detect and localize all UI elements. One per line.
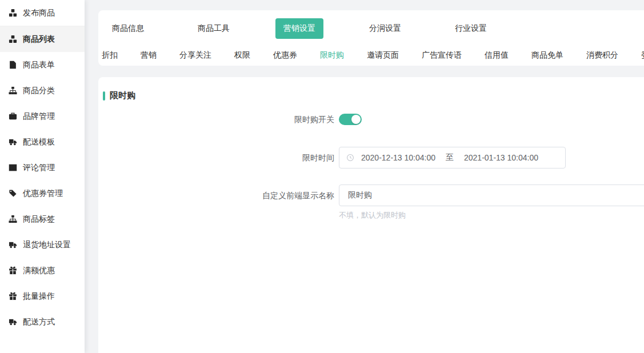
- secondary-tab[interactable]: 信用值: [485, 46, 509, 66]
- gift-icon: [9, 292, 17, 300]
- sidebar: 发布商品 商品列表 商品表单 商品分类 品牌管理 配送模板: [0, 0, 85, 353]
- secondary-tab-label: 分享关注: [179, 50, 211, 59]
- time-row: 限时时间 2020-12-13 10:04:00 至 2021-01-13 10…: [98, 147, 644, 169]
- secondary-tab-label: 优惠券: [273, 50, 297, 59]
- section-title-text: 限时购: [110, 90, 135, 101]
- sidebar-item[interactable]: 退货地址设置: [0, 232, 85, 258]
- sidebar-item-label: 配送方式: [23, 317, 55, 327]
- secondary-tab[interactable]: 分享关注: [179, 46, 211, 66]
- secondary-tab-label: 消费积分: [586, 50, 618, 59]
- sidebar-item-label: 商品表单: [23, 60, 55, 70]
- tag-icon: [9, 189, 17, 198]
- switch-row: 限时购开关: [98, 114, 644, 125]
- secondary-tab-label: 商品免单: [531, 50, 563, 59]
- sidebar-item[interactable]: 评论管理: [0, 155, 85, 180]
- sidebar-item-label: 退货地址设置: [23, 240, 71, 250]
- sidebar-item[interactable]: 商品标签: [0, 206, 85, 232]
- sidebar-item[interactable]: 品牌管理: [0, 103, 85, 129]
- primary-tab[interactable]: 行业设置: [447, 18, 495, 39]
- limited-time-switch[interactable]: [339, 114, 362, 125]
- secondary-tab-label: 权限: [234, 50, 250, 59]
- secondary-tab-label: 广告宣传语: [422, 50, 462, 59]
- secondary-tab-label: 邀请页面: [367, 50, 399, 59]
- secondary-tab-label: 委: [641, 50, 644, 59]
- secondary-tab[interactable]: 广告宣传语: [422, 46, 462, 66]
- sidebar-item-label: 评论管理: [23, 163, 55, 173]
- sidebar-item-label: 优惠券管理: [23, 188, 63, 199]
- primary-tab[interactable]: 营销设置: [275, 18, 323, 39]
- sidebar-nav-list: 发布商品 商品列表 商品表单 商品分类 品牌管理 配送模板: [0, 0, 85, 335]
- secondary-tab-label: 限时购: [320, 50, 344, 59]
- sidebar-item-label: 发布商品: [23, 8, 55, 18]
- primary-tab-label: 商品工具: [198, 23, 230, 33]
- time-label: 限时时间: [98, 147, 334, 169]
- secondary-tab-label: 信用值: [485, 50, 509, 59]
- panel-card: 限时购 限时购开关 限时时间: [98, 77, 644, 353]
- truck-icon: [9, 138, 17, 146]
- custom-name-label: 自定义前端显示名称: [98, 184, 334, 206]
- secondary-tab-label: 营销: [141, 50, 157, 59]
- primary-tab[interactable]: 分润设置: [361, 18, 409, 39]
- primary-tab-label: 分润设置: [369, 23, 401, 33]
- sidebar-item-label: 品牌管理: [23, 111, 55, 122]
- clock-icon: [346, 154, 354, 162]
- file-excel-icon: [9, 61, 17, 69]
- secondary-tab[interactable]: 优惠券: [273, 46, 297, 66]
- secondary-tab-bar: 折扣 营销 分享关注 权限 优惠券 限时购 邀请页面 广告宣传语: [102, 46, 644, 66]
- sidebar-item-label: 配送模板: [23, 137, 55, 147]
- columns-icon: [9, 163, 17, 172]
- section-title: 限时购: [103, 90, 644, 101]
- primary-tab-bar: 商品信息 商品工具 营销设置 分润设置 行业设置: [98, 17, 644, 45]
- switch-knob: [351, 115, 361, 124]
- name-row: 自定义前端显示名称 不填，默认为限时购: [98, 184, 644, 220]
- secondary-tab[interactable]: 限时购: [320, 46, 344, 66]
- sidebar-item-label: 商品标签: [23, 214, 55, 224]
- sidebar-item[interactable]: 商品列表: [0, 26, 85, 52]
- sidebar-item[interactable]: 配送方式: [0, 309, 85, 335]
- sidebar-item[interactable]: 商品分类: [0, 78, 85, 103]
- switch-label: 限时购开关: [98, 114, 334, 125]
- sidebar-item-label: 商品分类: [23, 86, 55, 96]
- limited-time-form: 限时购开关 限时时间 2020-12-13 10:04:00: [98, 114, 644, 220]
- gift-icon: [9, 266, 17, 275]
- secondary-tab[interactable]: 委: [641, 46, 644, 66]
- section-title-bar: [103, 91, 105, 101]
- primary-tab[interactable]: 商品工具: [190, 18, 238, 39]
- sidebar-item[interactable]: 批量操作: [0, 283, 85, 309]
- truck-icon: [9, 318, 17, 326]
- primary-tab[interactable]: 商品信息: [104, 18, 152, 39]
- briefcase-icon: [9, 112, 17, 121]
- secondary-tab[interactable]: 折扣: [102, 46, 118, 66]
- custom-name-input[interactable]: [339, 184, 644, 206]
- cubes-icon: [9, 9, 17, 17]
- cubes-icon: [9, 35, 17, 43]
- secondary-tab[interactable]: 消费积分: [586, 46, 618, 66]
- sidebar-item-label: 满额优惠: [23, 266, 55, 276]
- main-area: 商品信息 商品工具 营销设置 分润设置 行业设置 折扣 营销: [98, 0, 644, 353]
- date-start[interactable]: 2020-12-13 10:04:00: [361, 153, 435, 162]
- primary-tab-label: 营销设置: [283, 23, 315, 33]
- date-end[interactable]: 2021-01-13 10:04:00: [464, 153, 538, 162]
- primary-tab-label: 行业设置: [455, 23, 487, 33]
- date-range-picker[interactable]: 2020-12-13 10:04:00 至 2021-01-13 10:04:0…: [339, 147, 566, 169]
- sitemap-icon: [9, 215, 17, 223]
- sidebar-item[interactable]: 发布商品: [0, 0, 85, 26]
- secondary-tab[interactable]: 权限: [234, 46, 250, 66]
- primary-tab-label: 商品信息: [112, 23, 144, 33]
- tabs-card: 商品信息 商品工具 营销设置 分润设置 行业设置 折扣 营销: [98, 10, 644, 66]
- sidebar-item-label: 商品列表: [23, 34, 55, 45]
- sidebar-item[interactable]: 满额优惠: [0, 258, 85, 283]
- secondary-tab[interactable]: 邀请页面: [367, 46, 399, 66]
- admin-app: 发布商品 商品列表 商品表单 商品分类 品牌管理 配送模板: [0, 0, 644, 353]
- sidebar-item[interactable]: 商品表单: [0, 52, 85, 78]
- custom-name-hint: 不填，默认为限时购: [339, 210, 644, 220]
- sidebar-item[interactable]: 配送模板: [0, 129, 85, 155]
- sidebar-item-label: 批量操作: [23, 291, 55, 302]
- sitemap-icon: [9, 86, 17, 95]
- sidebar-item[interactable]: 优惠券管理: [0, 180, 85, 206]
- secondary-tab-label: 折扣: [102, 50, 118, 59]
- secondary-tab[interactable]: 商品免单: [531, 46, 563, 66]
- secondary-tab[interactable]: 营销: [141, 46, 157, 66]
- date-separator: 至: [446, 153, 454, 163]
- truck-icon: [9, 240, 17, 249]
